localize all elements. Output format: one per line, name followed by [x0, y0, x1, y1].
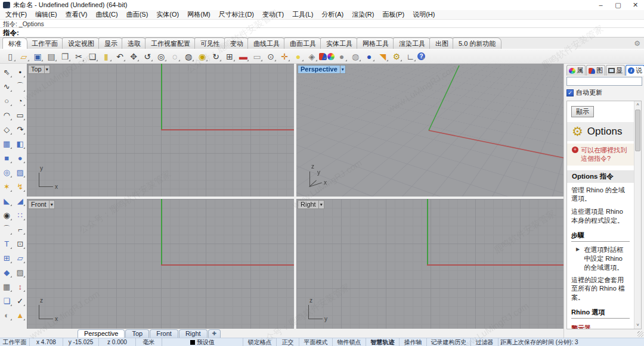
viewport-tab-front[interactable]: Front: [150, 329, 178, 338]
point-edit-icon[interactable]: ⊡: [14, 236, 27, 251]
rotate-view-icon[interactable]: ↻: [209, 50, 222, 63]
tab-display[interactable]: 显示: [98, 38, 123, 49]
save-icon[interactable]: ▣: [31, 50, 44, 63]
perspective-viewport-label[interactable]: Perspective ▾: [298, 65, 346, 74]
right-viewport-label[interactable]: Right ▾: [298, 200, 324, 209]
minimize-button[interactable]: –: [592, 0, 609, 10]
right-viewport[interactable]: Right ▾ z y: [296, 199, 564, 329]
point-icon[interactable]: •: [14, 65, 27, 79]
chamfer-icon[interactable]: ⌐: [14, 222, 27, 236]
menu-item-solid[interactable]: 实体(O): [152, 10, 183, 19]
filter-button[interactable]: 过滤器: [471, 338, 499, 346]
polygon-icon[interactable]: ◇: [0, 122, 14, 136]
close-button[interactable]: ✕: [627, 0, 644, 10]
units-cell[interactable]: 毫米: [136, 338, 162, 346]
fillet-icon[interactable]: ⌒: [0, 222, 14, 236]
panel-resize-grip[interactable]: [637, 331, 643, 337]
menu-item-edit[interactable]: 编辑(E): [31, 10, 61, 19]
viewport-tab-top[interactable]: Top: [125, 329, 149, 338]
zoom-window-icon[interactable]: ◍: [182, 50, 195, 63]
new-document-icon[interactable]: ▯: [4, 50, 17, 63]
help-search-input[interactable]: [566, 77, 642, 86]
viewport-menu-caret-icon[interactable]: ▾: [49, 201, 54, 208]
menu-item-surface[interactable]: 曲面(S): [122, 10, 153, 19]
menu-item-curve[interactable]: 曲线(C): [91, 10, 122, 19]
help-icon[interactable]: ?: [417, 52, 425, 60]
tab-solid-tools[interactable]: 实体工具: [320, 38, 358, 49]
panel-tab-properties[interactable]: 属: [566, 65, 586, 76]
tab-surface-tools[interactable]: 曲面工具: [284, 38, 322, 49]
lamp-icon[interactable]: ●: [292, 50, 305, 63]
tab-mesh-tools[interactable]: 网格工具: [357, 38, 395, 49]
color-wheel-icon[interactable]: [327, 53, 335, 60]
command-input[interactable]: 指令:: [0, 28, 644, 38]
viewport-tab-right[interactable]: Right: [179, 329, 208, 338]
cplane-icon[interactable]: ⊙: [264, 50, 277, 63]
surface-points-icon[interactable]: ▦: [0, 136, 14, 151]
zoom-selected-icon[interactable]: ◉: [196, 50, 209, 63]
top-viewport-label[interactable]: Top ▾: [28, 65, 50, 74]
viewport-tab-perspective[interactable]: Perspective: [78, 329, 125, 338]
auto-update-checkbox[interactable]: ✓: [566, 89, 574, 96]
front-viewport[interactable]: Front ▾ z x: [27, 199, 294, 329]
render-wire-icon[interactable]: ◍: [349, 50, 362, 63]
menu-item-dimension[interactable]: 尺寸标注(D): [215, 10, 258, 19]
print-icon[interactable]: ▤: [45, 50, 58, 63]
menu-item-file[interactable]: 文件(F): [1, 10, 31, 19]
zoom-in-icon[interactable]: ◎: [154, 50, 168, 63]
tab-set-view[interactable]: 设定视图: [62, 38, 100, 49]
split-icon[interactable]: ◢: [14, 194, 27, 208]
menu-item-panels[interactable]: 面板(P): [378, 10, 408, 19]
scroll-down-icon[interactable]: ˅: [634, 322, 641, 329]
tab-new-in-v5[interactable]: 5.0 的新功能: [453, 38, 501, 49]
patch-icon[interactable]: ▨: [14, 165, 27, 179]
notification-icon[interactable]: ◥: [376, 50, 389, 63]
layer-copy-icon[interactable]: ❏: [0, 294, 14, 308]
zoom-dynamic-icon[interactable]: ◌: [168, 50, 181, 63]
copy-to-clipboard-icon[interactable]: ❐: [58, 50, 72, 63]
text-icon[interactable]: T: [0, 236, 14, 251]
menu-item-tools[interactable]: 工具(L): [288, 10, 317, 19]
tab-drafting[interactable]: 出图: [429, 38, 454, 49]
cut-icon[interactable]: ✂: [72, 50, 85, 63]
help-scrollbar[interactable]: ˄ ˅: [634, 101, 641, 329]
panel-tab-display[interactable]: 显: [606, 65, 625, 76]
check-icon[interactable]: ✓: [14, 294, 27, 308]
dim-vertical-icon[interactable]: ↕: [14, 279, 27, 294]
add-viewport-tab-icon[interactable]: ✚: [208, 329, 221, 338]
perspective-viewport[interactable]: Perspective ▾ z y x: [296, 64, 564, 197]
explode-icon[interactable]: ✶: [0, 179, 14, 194]
viewport-menu-caret-icon[interactable]: ▾: [318, 201, 324, 208]
detail-view-icon[interactable]: ▭: [250, 50, 264, 63]
render-full-icon[interactable]: ●: [363, 50, 376, 63]
display-mode-icon[interactable]: ▬: [237, 50, 250, 63]
tab-standard[interactable]: 标准: [2, 38, 27, 49]
ortho-toggle[interactable]: 正交: [277, 338, 299, 346]
panel-tab-layers[interactable]: 图: [586, 65, 605, 76]
join-icon[interactable]: ◉: [0, 208, 14, 222]
paste-icon[interactable]: ▮: [100, 50, 113, 63]
blocks-icon[interactable]: ⊞: [0, 251, 14, 265]
curve-icon[interactable]: ∿: [0, 79, 14, 93]
rectangle-icon[interactable]: ▭: [14, 108, 27, 122]
osnap-toggle[interactable]: 物件锁点: [333, 338, 366, 346]
render-preview-icon[interactable]: ●: [335, 50, 348, 63]
box-icon[interactable]: ■: [0, 151, 14, 165]
viewport-menu-caret-icon[interactable]: ▾: [340, 66, 345, 73]
options-gears-icon[interactable]: ⚙: [390, 50, 403, 63]
tab-cplane[interactable]: 工作平面: [26, 38, 64, 49]
cplane-button[interactable]: 工作平面: [0, 338, 30, 346]
gumball-toggle[interactable]: 操作轴: [400, 338, 427, 346]
scroll-up-icon[interactable]: ˄: [634, 101, 641, 108]
sweep-icon[interactable]: ◧: [14, 136, 27, 151]
tab-visibility[interactable]: 可见性: [194, 38, 226, 49]
top-viewport[interactable]: Top ▾ y x: [27, 64, 294, 197]
torus-icon[interactable]: ◎: [0, 165, 14, 179]
plane-icon[interactable]: ▱: [14, 251, 27, 265]
open-file-icon[interactable]: ▱: [17, 50, 30, 63]
circle-icon[interactable]: ○: [0, 93, 14, 108]
copy-icon[interactable]: ❏: [86, 50, 99, 63]
pan-hand-icon[interactable]: ✥: [127, 50, 140, 63]
curve-blend-icon[interactable]: ↷: [14, 122, 27, 136]
tab-render-tools[interactable]: 渲染工具: [393, 38, 431, 49]
